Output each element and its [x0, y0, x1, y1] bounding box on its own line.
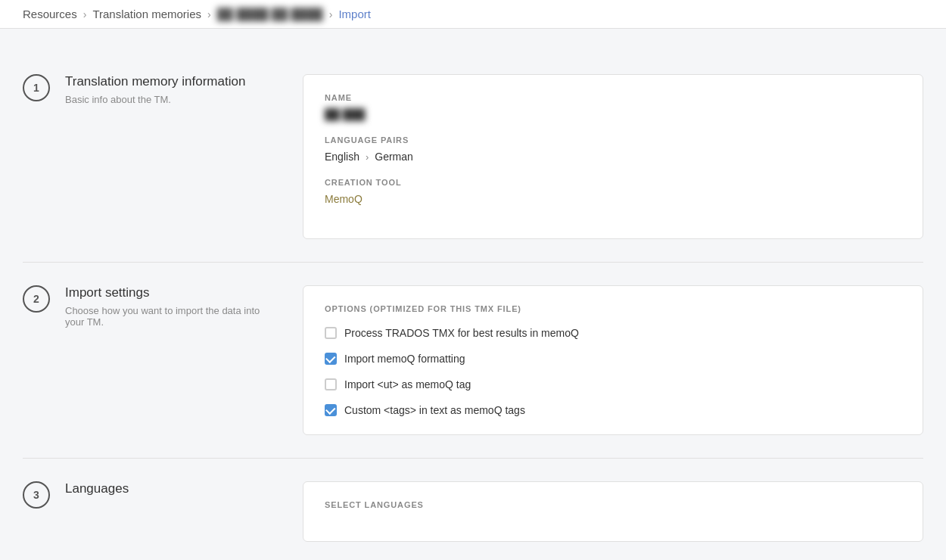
tm-name-value: ██ ███ — [325, 108, 901, 120]
section-2-description: Choose how you want to import the data i… — [65, 305, 280, 328]
creation-tool-label: CREATION TOOL — [325, 178, 901, 187]
lang-arrow: › — [366, 151, 369, 163]
breadcrumb-sep-3: › — [329, 8, 333, 20]
tm-info-card: NAME ██ ███ LANGUAGE PAIRS English › Ger… — [303, 74, 923, 239]
creation-tool-value: MemoQ — [325, 193, 901, 205]
options-header: OPTIONS (OPTIMIZED FOR THIS TMX FILE) — [325, 304, 901, 313]
checkbox-memoq-formatting-label[interactable]: Import memoQ formatting — [344, 353, 465, 365]
import-settings-card: OPTIONS (OPTIMIZED FOR THIS TMX FILE) Pr… — [303, 285, 923, 435]
language-pair-value: English › German — [325, 151, 901, 163]
language-pairs-label: LANGUAGE PAIRS — [325, 135, 901, 145]
checkbox-item-trados[interactable]: Process TRADOS TMX for best results in m… — [325, 327, 901, 339]
breadcrumb-import: Import — [338, 8, 371, 20]
checkbox-custom-tags[interactable] — [325, 404, 337, 416]
source-language: English — [325, 151, 359, 163]
step-circle-3: 3 — [23, 481, 50, 509]
checkbox-custom-tags-label[interactable]: Custom <tags> in text as memoQ tags — [344, 404, 525, 416]
section-import-settings: 2 Import settings Choose how you want to… — [23, 263, 923, 459]
section-1-title: Translation memory information — [65, 74, 245, 89]
checkbox-trados[interactable] — [325, 327, 337, 339]
target-language: German — [375, 151, 413, 163]
languages-card: SELECT LANGUAGES — [303, 481, 923, 542]
section-3-title: Languages — [65, 481, 129, 496]
checkbox-item-custom-tags[interactable]: Custom <tags> in text as memoQ tags — [325, 404, 901, 416]
section-2-title: Import settings — [65, 285, 280, 300]
step-circle-1: 1 — [23, 74, 50, 101]
breadcrumb-translation-memories[interactable]: Translation memories — [92, 8, 201, 20]
checkbox-trados-label[interactable]: Process TRADOS TMX for best results in m… — [344, 327, 579, 339]
section-tm-info: 1 Translation memory information Basic i… — [23, 51, 923, 263]
select-languages-header: SELECT LANGUAGES — [325, 500, 901, 509]
breadcrumb-bar: Resources › Translation memories › ██ ██… — [0, 0, 946, 29]
checkbox-list: Process TRADOS TMX for best results in m… — [325, 327, 901, 416]
section-languages: 3 Languages SELECT LANGUAGES — [23, 459, 923, 560]
checkbox-item-ut-tag[interactable]: Import <ut> as memoQ tag — [325, 378, 901, 390]
checkbox-item-memoq-formatting[interactable]: Import memoQ formatting — [325, 353, 901, 365]
checkbox-ut-tag[interactable] — [325, 378, 337, 390]
name-label: NAME — [325, 93, 901, 102]
checkbox-ut-tag-label[interactable]: Import <ut> as memoQ tag — [344, 378, 471, 390]
checkbox-memoq-formatting[interactable] — [325, 353, 337, 365]
section-1-description: Basic info about the TM. — [65, 94, 245, 105]
breadcrumb-tm-name[interactable]: ██ ████ ██ ████ — [217, 8, 323, 20]
step-circle-2: 2 — [23, 285, 50, 313]
breadcrumb-sep-1: › — [83, 8, 87, 20]
breadcrumb-sep-2: › — [207, 8, 211, 20]
breadcrumb-resources[interactable]: Resources — [23, 8, 77, 20]
